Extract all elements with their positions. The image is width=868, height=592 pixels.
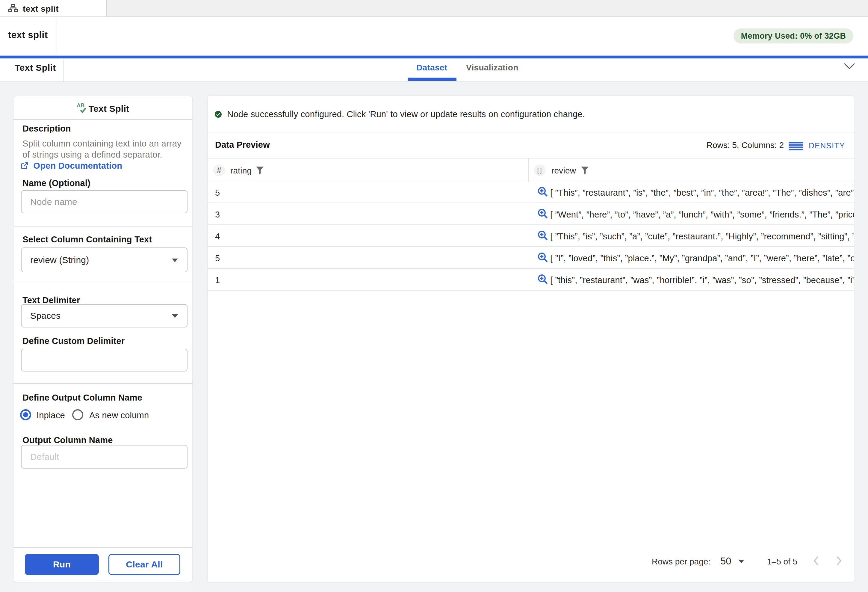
svg-text:AB: AB (77, 103, 85, 108)
